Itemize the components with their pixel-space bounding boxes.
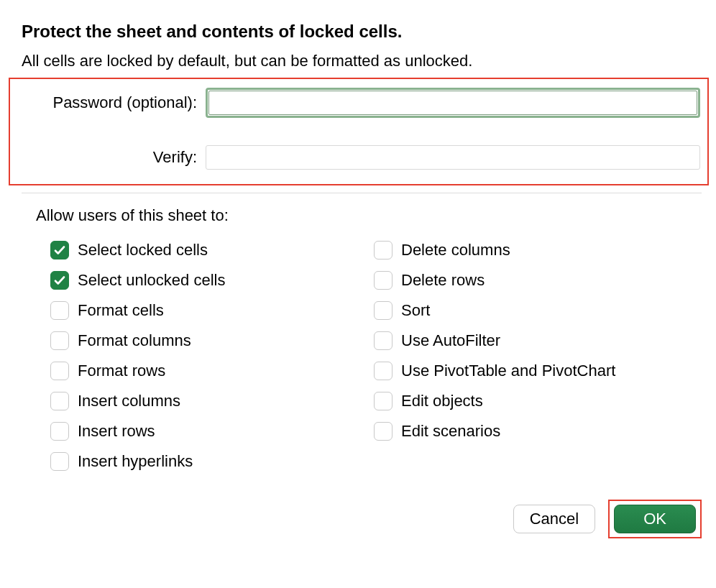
permission-label: Edit scenarios [401,422,500,441]
checkbox-unchecked-icon[interactable] [50,331,69,350]
permission-label: Insert rows [78,422,155,441]
checkbox-unchecked-icon[interactable] [50,392,69,410]
allow-users-label: Allow users of this sheet to: [36,206,702,225]
checkbox-unchecked-icon[interactable] [50,301,69,320]
ok-button-highlight: OK [608,500,702,538]
permission-label: Delete rows [401,271,485,290]
permission-row[interactable]: Sort [374,301,697,320]
permission-label: Delete columns [401,241,510,259]
verify-input[interactable] [206,145,700,170]
permission-row[interactable]: Edit objects [374,392,697,410]
permission-label: Use PivotTable and PivotChart [401,362,615,380]
permissions-left-column: Select locked cellsSelect unlocked cells… [50,241,374,482]
permissions-right-column: Delete columnsDelete rowsSortUse AutoFil… [374,241,697,482]
permission-label: Format columns [78,331,191,350]
verify-row: Verify: [17,145,700,170]
permission-row[interactable]: Select unlocked cells [50,271,374,290]
checkbox-checked-icon[interactable] [50,241,69,259]
permission-row[interactable]: Insert columns [50,392,374,410]
permission-label: Use AutoFilter [401,331,500,350]
permission-row[interactable]: Delete rows [374,271,697,290]
permission-label: Format rows [78,362,165,380]
checkbox-unchecked-icon[interactable] [50,452,69,471]
permission-row[interactable]: Use PivotTable and PivotChart [374,362,697,380]
ok-button[interactable]: OK [614,505,696,533]
checkbox-unchecked-icon[interactable] [374,331,393,350]
permission-row[interactable]: Edit scenarios [374,422,697,441]
checkbox-unchecked-icon[interactable] [50,362,69,380]
divider [22,193,702,193]
password-section-highlight: Password (optional): Verify: [9,78,709,185]
permission-label: Format cells [78,301,164,320]
password-input-focus-ring [206,88,700,118]
permission-label: Select locked cells [78,241,208,259]
permission-label: Edit objects [401,392,483,410]
checkbox-unchecked-icon[interactable] [374,362,393,380]
verify-label: Verify: [17,148,206,167]
permission-row[interactable]: Insert rows [50,422,374,441]
checkbox-unchecked-icon[interactable] [374,392,393,410]
permission-label: Insert columns [78,392,180,410]
password-label: Password (optional): [17,93,206,112]
password-input[interactable] [208,91,697,115]
cancel-button[interactable]: Cancel [513,505,595,533]
permission-label: Select unlocked cells [78,271,225,290]
checkbox-unchecked-icon[interactable] [50,422,69,441]
permission-row[interactable]: Delete columns [374,241,697,259]
permission-row[interactable]: Format columns [50,331,374,350]
permission-row[interactable]: Format cells [50,301,374,320]
checkbox-checked-icon[interactable] [50,271,69,290]
permission-label: Insert hyperlinks [78,452,193,471]
checkbox-unchecked-icon[interactable] [374,301,393,320]
permission-row[interactable]: Format rows [50,362,374,380]
dialog-subtitle: All cells are locked by default, but can… [22,52,702,70]
permissions-columns: Select locked cellsSelect unlocked cells… [50,241,702,482]
button-row: Cancel OK [22,500,702,538]
permission-label: Sort [401,301,430,320]
dialog-title: Protect the sheet and contents of locked… [22,22,702,42]
checkbox-unchecked-icon[interactable] [374,241,393,259]
permission-row[interactable]: Insert hyperlinks [50,452,374,471]
password-row: Password (optional): [17,88,700,118]
checkbox-unchecked-icon[interactable] [374,422,393,441]
permission-row[interactable]: Select locked cells [50,241,374,259]
permission-row[interactable]: Use AutoFilter [374,331,697,350]
checkbox-unchecked-icon[interactable] [374,271,393,290]
